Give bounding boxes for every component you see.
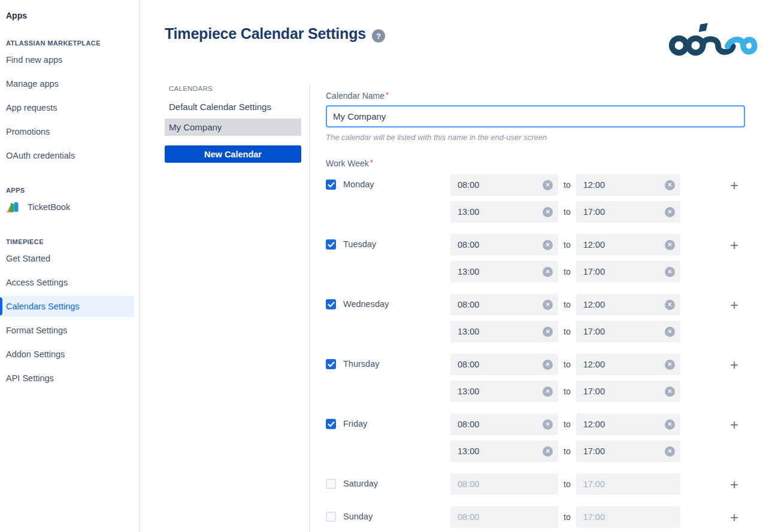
add-time-range-button[interactable]: + — [727, 294, 741, 342]
sidebar-item-label: OAuth credentials — [6, 151, 75, 160]
start-time-input[interactable]: 08:00 ✕ — [450, 473, 558, 495]
day-checkbox[interactable] — [326, 299, 336, 309]
clear-time-icon[interactable]: ✕ — [665, 240, 675, 250]
sidebar-item-access-settings[interactable]: Access Settings — [0, 270, 134, 294]
start-time-value: 13:00 — [458, 446, 479, 456]
help-icon[interactable]: ? — [372, 29, 385, 42]
start-time-input[interactable]: 08:00 ✕ — [450, 174, 558, 196]
to-label: to — [564, 240, 571, 250]
day-checkbox[interactable] — [326, 479, 336, 489]
end-time-value: 12:00 — [583, 360, 605, 369]
end-time-input[interactable]: 12:00 ✕ — [576, 294, 680, 315]
clear-time-icon[interactable]: ✕ — [665, 300, 675, 310]
work-week-row-monday: Monday 08:00 ✕ to 12:00 ✕ 13:00 ✕ to 17:… — [326, 174, 745, 223]
sidebar-item-get-started[interactable]: Get Started — [0, 247, 134, 270]
new-calendar-button[interactable]: New Calendar — [165, 145, 301, 163]
clear-time-icon[interactable]: ✕ — [665, 267, 675, 277]
end-time-input[interactable]: 17:00 ✕ — [576, 261, 680, 282]
clear-time-icon[interactable]: ✕ — [543, 446, 553, 457]
clear-time-icon[interactable]: ✕ — [665, 180, 675, 190]
start-time-input[interactable]: 13:00 ✕ — [450, 321, 558, 342]
clear-time-icon[interactable]: ✕ — [543, 240, 553, 250]
start-time-input[interactable]: 08:00 ✕ — [450, 506, 558, 528]
add-time-range-button[interactable]: + — [727, 414, 741, 462]
start-time-input[interactable]: 13:00 ✕ — [450, 201, 558, 223]
clear-time-icon[interactable]: ✕ — [543, 387, 553, 397]
clear-time-icon[interactable]: ✕ — [665, 360, 675, 370]
end-time-input[interactable]: 12:00 ✕ — [576, 414, 680, 435]
day-toggle: Saturday — [326, 473, 450, 495]
calendar-item-default-calendar-settings[interactable]: Default Calendar Settings — [165, 98, 301, 115]
start-time-input[interactable]: 13:00 ✕ — [450, 261, 558, 282]
end-time-input[interactable]: 17:00 ✕ — [576, 473, 680, 495]
add-time-range-button[interactable]: + — [727, 234, 741, 282]
clear-time-icon[interactable]: ✕ — [665, 327, 675, 337]
sidebar-item-label: Calendars Settings — [6, 302, 80, 311]
day-label: Monday — [343, 180, 374, 189]
add-time-range-button[interactable]: + — [727, 506, 741, 528]
day-checkbox[interactable] — [326, 239, 336, 250]
day-label: Tuesday — [343, 239, 376, 249]
sidebar-item-find-new-apps[interactable]: Find new apps — [0, 48, 134, 72]
clear-time-icon[interactable]: ✕ — [665, 207, 675, 217]
sidebar-item-addon-settings[interactable]: Addon Settings — [0, 342, 134, 366]
work-week-row-friday: Friday 08:00 ✕ to 12:00 ✕ 13:00 ✕ to 17:… — [326, 414, 745, 462]
day-toggle: Wednesday — [326, 294, 450, 342]
clear-time-icon[interactable]: ✕ — [665, 446, 675, 457]
day-label: Friday — [343, 419, 367, 428]
end-time-input[interactable]: 17:00 ✕ — [576, 321, 680, 342]
clear-time-icon[interactable]: ✕ — [543, 327, 553, 337]
end-time-input[interactable]: 17:00 ✕ — [576, 381, 680, 402]
sidebar-item-label: Format Settings — [6, 326, 67, 335]
sidebar-item-ticketbook[interactable]: TicketBook — [0, 195, 134, 219]
end-time-input[interactable]: 12:00 ✕ — [576, 354, 680, 375]
add-time-range-button[interactable]: + — [727, 473, 741, 495]
end-time-input[interactable]: 17:00 ✕ — [576, 440, 680, 462]
sidebar-item-oauth-credentials[interactable]: OAuth credentials — [0, 144, 134, 168]
start-time-input[interactable]: 13:00 ✕ — [450, 440, 558, 462]
day-checkbox[interactable] — [326, 180, 336, 190]
sidebar-item-manage-apps[interactable]: Manage apps — [0, 72, 134, 96]
work-week-row-saturday: Saturday 08:00 ✕ to 17:00 ✕ + — [326, 473, 745, 495]
calendar-name-input[interactable] — [326, 105, 745, 127]
day-toggle: Monday — [326, 174, 450, 223]
start-time-value: 08:00 — [458, 240, 479, 250]
clear-time-icon[interactable]: ✕ — [543, 267, 553, 277]
clear-time-icon[interactable]: ✕ — [543, 207, 553, 217]
to-label: to — [564, 300, 571, 309]
clear-time-icon[interactable]: ✕ — [543, 300, 553, 310]
start-time-input[interactable]: 08:00 ✕ — [450, 294, 558, 315]
time-range-row: 08:00 ✕ to 12:00 ✕ — [450, 354, 680, 375]
to-label: to — [564, 446, 571, 456]
day-checkbox[interactable] — [326, 359, 336, 369]
clear-time-icon[interactable]: ✕ — [665, 387, 675, 397]
sidebar-item-calendars-settings[interactable]: Calendars Settings — [0, 296, 134, 317]
sidebar-item-format-settings[interactable]: Format Settings — [0, 318, 134, 342]
clear-time-icon[interactable]: ✕ — [665, 419, 675, 430]
start-time-input[interactable]: 13:00 ✕ — [450, 381, 558, 402]
day-checkbox[interactable] — [326, 512, 336, 522]
sidebar-item-app-requests[interactable]: App requests — [0, 96, 134, 120]
to-label: to — [564, 479, 571, 489]
end-time-input[interactable]: 12:00 ✕ — [576, 174, 680, 196]
add-time-range-button[interactable]: + — [727, 174, 741, 223]
calendar-item-my-company[interactable]: My Company — [165, 118, 301, 136]
end-time-input[interactable]: 12:00 ✕ — [576, 234, 680, 256]
end-time-value: 12:00 — [583, 240, 605, 250]
clear-time-icon[interactable]: ✕ — [543, 419, 553, 430]
sidebar-item-promotions[interactable]: Promotions — [0, 120, 134, 144]
end-time-input[interactable]: 17:00 ✕ — [576, 506, 680, 528]
sidebar-item-api-settings[interactable]: API Settings — [0, 366, 134, 390]
clear-time-icon[interactable]: ✕ — [543, 180, 553, 190]
day-label: Saturday — [343, 479, 378, 488]
to-label: to — [564, 267, 571, 276]
clear-time-icon[interactable]: ✕ — [543, 360, 553, 370]
start-time-input[interactable]: 08:00 ✕ — [450, 414, 558, 435]
start-time-value: 13:00 — [458, 207, 479, 217]
sidebar-section-heading: ATLASSIAN MARKETPLACE — [6, 39, 139, 47]
start-time-input[interactable]: 08:00 ✕ — [450, 354, 558, 375]
start-time-input[interactable]: 08:00 ✕ — [450, 234, 558, 256]
add-time-range-button[interactable]: + — [727, 354, 741, 402]
end-time-input[interactable]: 17:00 ✕ — [576, 201, 680, 223]
day-checkbox[interactable] — [326, 419, 336, 429]
